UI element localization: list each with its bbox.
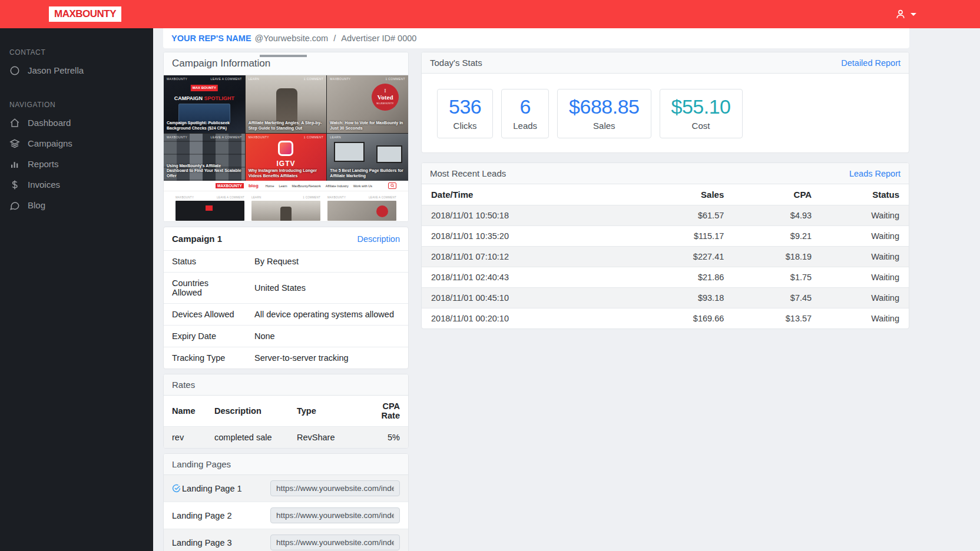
rates-card: Rates Name Description Type CPA Rate xyxy=(163,374,409,449)
status-badge: Waiting xyxy=(821,247,909,267)
sidebar-item-label: Blog xyxy=(28,200,45,210)
search-icon xyxy=(388,182,396,189)
blog-nav-home: Home xyxy=(266,184,274,188)
horizontal-scrollbar-thumb[interactable] xyxy=(260,55,307,57)
status-badge: Waiting xyxy=(821,226,909,247)
status-badge: Waiting xyxy=(821,288,909,308)
sidebar-item-label: Campaigns xyxy=(28,138,72,148)
sidebar-item-reports[interactable]: Reports xyxy=(9,154,147,174)
main-content: YOUR REP'S NAME @Yourwebsite.com / Adver… xyxy=(153,28,980,551)
recent-leads-title: Most Recent Leads xyxy=(430,168,506,178)
rates-title: Rates xyxy=(164,374,408,396)
table-row: Devices AllowedAll device operating syst… xyxy=(164,304,408,326)
todays-stats-header: Today's Stats Detailed Report xyxy=(422,52,909,74)
blog-post-thumbnail: LEARN The 5 Best Landing Page Builders f… xyxy=(327,134,408,181)
sidebar-item-blog[interactable]: Blog xyxy=(9,195,147,215)
sidebar-item-invoices[interactable]: Invoices xyxy=(9,174,147,195)
campaign-details-card: Campaign 1 Description StatusBy Request … xyxy=(163,227,409,369)
campaign-details-table: StatusBy Request Countries AllowedUnited… xyxy=(164,251,408,369)
maxbounty-logo-text: MAXBOUNTY xyxy=(54,8,116,19)
sidebar-item-label: Invoices xyxy=(28,180,60,190)
left-column: Campaign Information MAXBOUNTYLEAVE A CO… xyxy=(163,52,409,551)
blog-post-thumbnail: MAXBOUNTY1 COMMENT I Voted MAXBOUNTY Wat… xyxy=(327,75,408,133)
detailed-report-link[interactable]: Detailed Report xyxy=(841,58,900,68)
table-row: 2018/11/01 02:40:43 $21.86 $1.75 Waiting xyxy=(422,267,909,288)
sidebar-item-contact[interactable]: Jason Petrella xyxy=(9,60,147,81)
landing-page-label: Landing Page 1 xyxy=(182,484,242,493)
stat-cost: $55.10 Cost xyxy=(660,89,743,138)
sidebar: CONTACT Jason Petrella NAVIGATION Dashbo… xyxy=(0,28,153,551)
stat-sales: $688.85 Sales xyxy=(557,89,651,138)
i-voted-badge: I Voted MAXBOUNTY xyxy=(372,84,399,111)
layers-icon xyxy=(9,138,20,149)
user-icon xyxy=(895,8,906,20)
table-row: 2018/11/01 10:50:18 $61.57 $4.93 Waiting xyxy=(422,205,909,226)
stat-leads: 6 Leads xyxy=(501,89,549,138)
person-circle-icon xyxy=(9,65,20,76)
blog-post-thumbnail: MAXBOUNTYLEAVE A COMMENT Using MaxBounty… xyxy=(164,134,245,181)
blog-post-thumbnail: MAXBOUNTY1 COMMENT IGTV Why Instagram In… xyxy=(246,134,327,181)
blog-nav-network: MaxBounty/Network xyxy=(292,184,321,188)
stats-body: 536 Clicks 6 Leads $688.85 Sales xyxy=(422,74,909,152)
campaign-information-card: Campaign Information MAXBOUNTYLEAVE A CO… xyxy=(163,52,409,222)
landing-pages-title: Landing Pages xyxy=(164,454,408,475)
dollar-icon xyxy=(9,180,20,190)
right-column: Today's Stats Detailed Report 536 Clicks… xyxy=(421,52,909,334)
navigation-heading: NAVIGATION xyxy=(9,101,147,109)
recent-leads-table: Date/Time Sales CPA Status 2018/11/01 10… xyxy=(422,184,909,328)
todays-stats-card: Today's Stats Detailed Report 536 Clicks… xyxy=(421,52,909,153)
top-header-bar: MAXBOUNTY xyxy=(0,0,980,28)
blog-navbar: MAXBOUNTY blog Home Learn MaxBounty/Netw… xyxy=(164,181,408,191)
todays-stats-title: Today's Stats xyxy=(430,58,482,68)
table-header-row: Name Description Type CPA Rate xyxy=(164,396,408,427)
blog-post-thumbnail: MAXBOUNTYLEAVE A COMMENT xyxy=(176,196,244,221)
breadcrumb: YOUR REP'S NAME @Yourwebsite.com / Adver… xyxy=(163,28,909,48)
blog-logo: MAXBOUNTY xyxy=(216,183,244,188)
table-row: Countries AllowedUnited States xyxy=(164,273,408,304)
description-link[interactable]: Description xyxy=(357,234,400,244)
contact-name: Jason Petrella xyxy=(28,65,84,75)
table-row: rev completed sale RevShare 5% xyxy=(164,427,408,449)
campaign-title: Campaign 1 xyxy=(172,234,222,244)
rep-name-link[interactable]: YOUR REP'S NAME xyxy=(171,34,251,43)
monitor-photo xyxy=(376,145,402,163)
blog-logo-suffix: blog xyxy=(249,183,259,188)
sidebar-item-label: Dashboard xyxy=(28,118,71,128)
igtv-icon xyxy=(278,141,293,156)
landing-pages-list: Landing Page 1 Landing Page 2 xyxy=(164,475,408,551)
campaign-details-header: Campaign 1 Description xyxy=(164,227,408,251)
monitor-photo xyxy=(334,142,365,162)
landing-pages-card: Landing Pages Landing Page 1 xyxy=(163,453,409,551)
list-item: Landing Page 3 xyxy=(164,529,408,551)
blog-post-thumbnail: LEARN1 COMMENT Affiliate Marketing Angle… xyxy=(246,75,327,133)
status-badge: Waiting xyxy=(821,267,909,288)
maxbounty-logo[interactable]: MAXBOUNTY xyxy=(49,6,121,22)
landing-page-label: Landing Page 2 xyxy=(172,511,232,520)
blog-nav-learn: Learn xyxy=(279,184,287,188)
table-row: 2018/11/01 07:10:12 $227.41 $18.19 Waiti… xyxy=(422,247,909,267)
campaign-preview-image[interactable]: MAXBOUNTYLEAVE A COMMENT MAX BOUNTY CAMP… xyxy=(164,75,408,221)
status-badge: Waiting xyxy=(821,308,909,329)
sidebar-item-dashboard[interactable]: Dashboard xyxy=(9,112,147,133)
sidebar-item-label: Reports xyxy=(28,159,59,169)
list-item: Landing Page 2 xyxy=(164,502,408,529)
app-root: MAXBOUNTY CONTACT Jason Petrella NAVIGAT… xyxy=(0,0,980,551)
landing-page-url-input[interactable] xyxy=(270,535,400,550)
caret-down-icon xyxy=(911,13,916,16)
recent-leads-header: Most Recent Leads Leads Report xyxy=(422,163,909,184)
table-row: StatusBy Request xyxy=(164,251,408,273)
blog-second-row: MAXBOUNTYLEAVE A COMMENT LEARN1 COMMENT … xyxy=(164,191,408,221)
blog-post-grid: MAXBOUNTYLEAVE A COMMENT MAX BOUNTY CAMP… xyxy=(164,75,408,181)
leads-report-link[interactable]: Leads Report xyxy=(849,169,900,178)
user-menu[interactable] xyxy=(895,0,916,28)
breadcrumb-advertiser-id: Advertiser ID# 0000 xyxy=(341,34,416,43)
sidebar-item-campaigns[interactable]: Campaigns xyxy=(9,133,147,154)
stat-clicks: 536 Clicks xyxy=(437,89,493,138)
blog-post-thumbnail: MAXBOUNTYLEAVE A COMMENT xyxy=(327,196,396,221)
landing-page-url-input[interactable] xyxy=(270,507,400,523)
blog-post-thumbnail: LEARN1 COMMENT xyxy=(251,196,320,221)
chat-bubble-icon xyxy=(9,200,20,211)
landing-page-url-input[interactable] xyxy=(270,480,400,496)
table-row: 2018/11/01 10:35:20 $115.17 $9.21 Waitin… xyxy=(422,226,909,247)
landing-page-label: Landing Page 3 xyxy=(172,538,232,547)
